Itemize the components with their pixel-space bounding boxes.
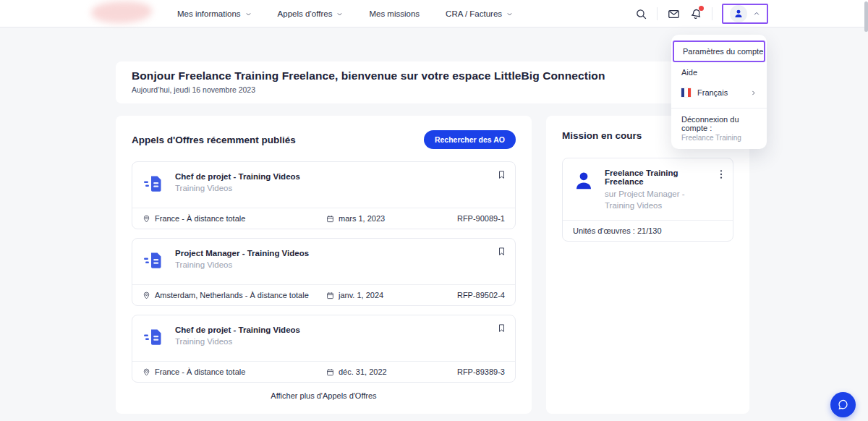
offer-date-text: déc. 31, 2022 [339,367,387,376]
menu-item-langue[interactable]: Français [671,82,767,103]
nav-label: CRA / Factures [446,9,502,18]
logout-label: Déconnexion du compte : [671,110,767,132]
offer-card[interactable]: Chef de projet - Training Videos Trainin… [132,161,516,229]
logo-redacted [91,1,152,23]
notifications-button[interactable] [689,7,702,20]
chevron-down-icon [506,11,513,17]
french-flag-icon [681,88,691,97]
mission-card[interactable]: Freelance Training Freelance sur Project… [562,158,733,242]
rfp-document-icon [142,173,164,195]
topbar-actions [634,0,768,27]
avatar [730,5,747,22]
offer-subtitle: Training Videos [175,260,309,269]
offer-title: Chef de projet - Training Videos [175,172,300,181]
bookmark-icon [497,169,506,180]
offer-date: mars 1, 2023 [326,214,457,223]
bookmark-button[interactable] [497,323,506,333]
offer-card-top: Chef de projet - Training Videos Trainin… [132,162,515,208]
messages-button[interactable] [667,7,680,20]
offers-panel: Appels d'Offres récemment publiés Recher… [116,116,532,414]
language-label: Français [697,88,728,97]
calendar-icon [326,215,334,223]
mission-role: sur Project Manager - Training Videos [605,189,714,211]
rfp-document-icon [142,326,164,348]
chevron-up-icon [753,10,760,17]
top-navigation-bar: Mes informations Appels d’offres Mes mis… [0,0,868,27]
nav-label: Mes missions [369,9,420,18]
offer-card-footer: France - À distance totale déc. 31, 2022… [132,361,515,382]
offer-card-top: Project Manager - Training Videos Traini… [132,239,515,284]
notification-badge [699,6,704,11]
chat-bubble-icon [837,399,849,411]
offer-card-top: Chef de projet - Training Videos Trainin… [132,315,515,361]
logout-account-name: Freelance Training [671,132,767,142]
page-scrollbar[interactable] [864,0,868,421]
person-icon [573,170,595,192]
offer-title: Chef de projet - Training Videos [175,326,300,334]
offer-date-text: janv. 1, 2024 [339,291,383,299]
nav-mes-informations[interactable]: Mes informations [177,9,252,18]
chevron-right-icon [750,90,757,96]
bookmark-button[interactable] [497,169,506,180]
offer-reference: RFP-89389-3 [457,367,505,376]
divider [657,7,658,20]
offer-text: Chef de projet - Training Videos Trainin… [175,172,300,192]
offer-list: Chef de projet - Training Videos Trainin… [132,161,516,383]
account-dropdown-menu: Paramètres du compte Aide Français Décon… [671,35,767,149]
location-pin-icon [142,368,150,376]
offer-subtitle: Training Videos [175,184,300,192]
location-pin-icon [142,215,150,223]
offer-text: Project Manager - Training Videos Traini… [175,249,309,269]
search-icon [635,8,647,20]
offer-location: France - À distance totale [142,214,326,223]
calendar-icon [326,292,334,299]
offer-card-footer: Amsterdam, Netherlands - À distance tota… [132,284,515,305]
offer-reference: RFP-89502-4 [457,291,505,299]
welcome-banner: Bonjour Freelance Training Freelance, bi… [116,61,752,103]
show-more-offers-link[interactable]: Afficher plus d'Appels d'Offres [132,391,516,400]
divider [671,108,767,109]
offer-title: Project Manager - Training Videos [175,249,309,258]
offers-panel-header: Appels d'Offres récemment publiés Recher… [132,130,516,149]
offer-location: Amsterdam, Netherlands - À distance tota… [142,291,326,299]
mission-text: Freelance Training Freelance sur Project… [605,169,714,211]
location-pin-icon [142,292,150,299]
mission-name: Freelance Training Freelance [605,169,714,186]
offer-date-text: mars 1, 2023 [339,214,385,223]
offer-card[interactable]: Project Manager - Training Videos Traini… [132,238,516,306]
nav-mes-missions[interactable]: Mes missions [369,9,420,18]
account-avatar-icon [733,9,744,19]
bookmark-icon [497,323,506,333]
search-ao-button[interactable]: Rechercher des AO [424,130,516,149]
offers-panel-title: Appels d'Offres récemment publiés [132,135,296,145]
nav-label: Mes informations [177,9,241,18]
offer-text: Chef de projet - Training Videos Trainin… [175,326,300,346]
chat-widget-button[interactable] [830,392,856,417]
menu-item-aide[interactable]: Aide [671,62,767,82]
offer-location-text: France - À distance totale [155,214,245,223]
offer-subtitle: Training Videos [175,337,300,346]
menu-item-parametres-du-compte[interactable]: Paramètres du compte [673,41,765,62]
mission-panel: Mission en cours Freelance Training Free… [546,116,749,414]
search-button[interactable] [634,7,647,20]
offer-location-text: France - À distance totale [155,367,245,376]
offer-date: déc. 31, 2022 [326,367,457,376]
welcome-title: Bonjour Freelance Training Freelance, bi… [132,69,736,82]
chevron-down-icon [245,11,252,17]
offer-card[interactable]: Chef de projet - Training Videos Trainin… [132,315,516,383]
mail-icon [668,8,680,20]
account-menu-button[interactable] [722,4,768,24]
offer-location-text: Amsterdam, Netherlands - À distance tota… [155,291,309,299]
offer-location: France - À distance totale [142,367,326,376]
offer-date: janv. 1, 2024 [326,291,457,299]
bookmark-button[interactable] [497,246,506,257]
main-nav: Mes informations Appels d’offres Mes mis… [177,0,513,27]
current-date: Aujourd’hui, jeudi 16 novembre 2023 [132,85,736,94]
kebab-menu-icon[interactable] [717,169,726,180]
scrollbar-thumb[interactable] [864,1,868,32]
chevron-down-icon [336,11,343,17]
menu-item-deconnexion[interactable]: Déconnexion du compte : Freelance Traini… [671,110,767,142]
offer-reference: RFP-90089-1 [457,214,505,223]
nav-cra-factures[interactable]: CRA / Factures [446,9,513,18]
nav-appels-doffres[interactable]: Appels d’offres [278,9,344,18]
